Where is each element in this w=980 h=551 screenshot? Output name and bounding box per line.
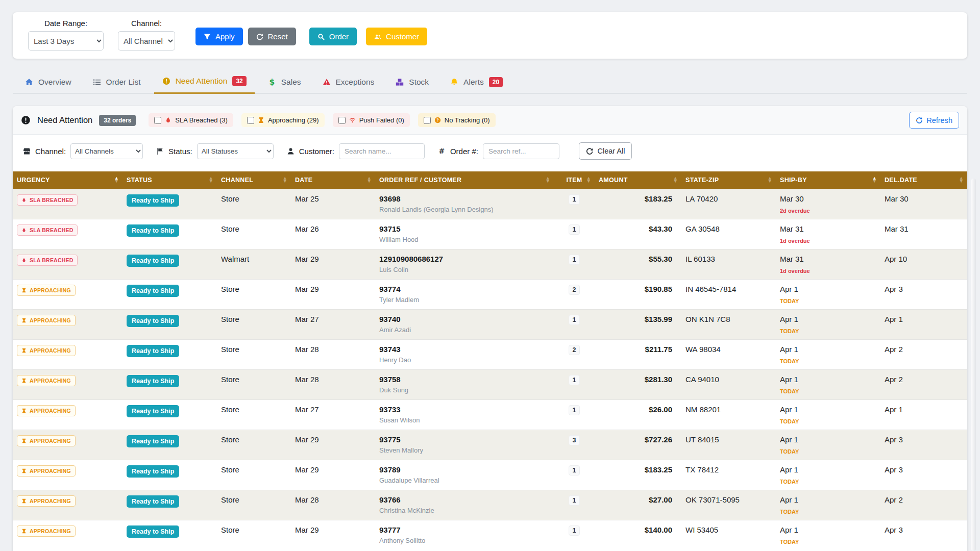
urgency-badge: APPROACHING [17,285,76,296]
column-header-amount[interactable]: AMOUNT▲▼ [595,171,681,189]
amount-cell: $55.30 [595,249,681,280]
refresh-icon [916,117,923,124]
table-row[interactable]: APPROACHINGReady to ShipStoreMar 2993774… [13,280,967,310]
column-header-item[interactable]: ITEM▲▼ [554,171,595,189]
table-header-row: URGENCY▲▼STATUS▲▼CHANNEL▲▼DATE▲▼ORDER RE… [13,171,967,189]
filter-checkbox[interactable] [424,117,431,124]
ship-note: TODAY [780,479,876,485]
order-date-cell: Mar 29 [291,430,375,460]
date-range-select[interactable]: Last 3 Days [28,31,104,51]
channel-cell: Store [217,310,291,340]
tab-alerts[interactable]: Alerts20 [442,69,511,94]
amount-cell: $135.99 [595,310,681,340]
tab-need-attention[interactable]: Need Attention32 [154,69,255,94]
sort-icon: ▲▼ [114,177,119,183]
urgency-badge: SLA BREACHED [17,255,78,266]
channel-select[interactable]: All Channels [118,31,175,51]
state-zip-cell: TX 78412 [681,460,776,490]
dollar-icon: $ [268,78,276,86]
table-row[interactable]: APPROACHINGReady to ShipStoreMar 2793740… [13,310,967,340]
order-ref-search-input[interactable] [483,143,559,159]
table-row[interactable]: SLA BREACHEDReady to ShipStoreMar 259369… [13,189,967,219]
table-row[interactable]: APPROACHINGReady to ShipStoreMar 2793733… [13,400,967,430]
column-header-status[interactable]: STATUS▲▼ [122,171,217,189]
exclamation-circle-icon [162,77,170,85]
filter-sla-breached-3[interactable]: SLA Breached (3) [149,113,233,127]
refresh-button[interactable]: Refresh [909,112,959,129]
filter-push-failed-0[interactable]: Push Failed (0) [333,113,410,127]
table-row[interactable]: APPROACHINGReady to ShipStoreMar 2893743… [13,340,967,370]
ship-note: TODAY [780,298,876,304]
panel-header: Need Attention 32 orders SLA Breached (3… [13,106,967,135]
cubes-icon [396,78,404,86]
state-zip-cell: CA 94010 [681,370,776,400]
urgency-badge: APPROACHING [17,315,76,326]
filter-checkbox[interactable] [154,117,161,124]
customer-name: Duk Sung [379,386,550,394]
column-header-urgency[interactable]: URGENCY▲▼ [13,171,122,189]
filter-checkbox[interactable] [338,117,346,124]
person-icon [287,147,295,155]
tab-label: Exceptions [336,78,375,87]
amount-cell: $43.30 [595,219,681,249]
tab-order-list[interactable]: Order List [85,69,149,94]
filter-approaching-29[interactable]: Approaching (29) [241,113,325,127]
customer-name: William Hood [379,236,550,243]
order-ref: 93698 [379,194,550,203]
channel-filter-select[interactable]: All Channels [70,143,143,159]
order-ref: 93758 [379,375,550,384]
channel-group: Channel: All Channels [118,19,175,51]
order-search-button[interactable]: Order [309,28,357,45]
column-header-channel[interactable]: CHANNEL▲▼ [217,171,291,189]
status-filter-group: Status: All Statuses [156,143,274,159]
table-row[interactable]: APPROACHINGReady to ShipStoreMar 2993789… [13,460,967,490]
state-zip-cell: UT 84015 [681,430,776,460]
customer-search-input[interactable] [339,143,425,159]
table-row[interactable]: SLA BREACHEDReady to ShipWalmartMar 2912… [13,249,967,280]
table-row[interactable]: APPROACHINGReady to ShipStoreMar 2893758… [13,370,967,400]
status-badge: Ready to Ship [127,345,179,357]
column-header-del-date[interactable]: DEL.DATE▲▼ [880,171,967,189]
status-badge: Ready to Ship [127,375,179,387]
status-badge: Ready to Ship [127,525,179,538]
table-row[interactable]: APPROACHINGReady to ShipStoreMar 2993775… [13,430,967,460]
column-header-ship-by[interactable]: SHIP-BY▲▼ [776,171,880,189]
reset-button[interactable]: Reset [248,28,296,45]
filter-icon [204,33,211,40]
order-ref: 93733 [379,405,550,414]
tab-sales[interactable]: $Sales [260,69,309,94]
column-header-date[interactable]: DATE▲▼ [291,171,375,189]
filter-label: SLA Breached (3) [175,116,228,124]
flame-icon [21,228,27,233]
table-row[interactable]: APPROACHINGReady to ShipStoreMar 2993777… [13,520,967,550]
status-filter-select[interactable]: All Statuses [197,143,274,159]
table-row[interactable]: APPROACHINGReady to ShipStoreMar 2893766… [13,490,967,520]
toolbar: Date Range: Last 3 Days Channel: All Cha… [13,12,967,59]
column-header-order-ref-customer[interactable]: ORDER REF / CUSTOMER▲▼ [375,171,554,189]
filter-row: Channel: All Channels Status: All Status… [13,135,967,167]
customer-filter-label: Customer: [299,147,334,156]
order-filter-label: Order #: [450,147,478,156]
delivery-date-cell: Apr 3 [880,520,967,550]
filter-checkbox[interactable] [247,117,254,124]
state-zip-cell: LA 70420 [681,189,776,219]
ship-by-date: Apr 1 [780,525,876,534]
scrollbar[interactable] [971,179,976,551]
hourglass-icon [21,288,27,293]
tab-exceptions[interactable]: Exceptions [314,69,383,94]
sort-icon: ▲▼ [959,177,964,183]
customer-search-button[interactable]: Customer [366,28,427,45]
column-header-state-zip[interactable]: STATE-ZIP▲▼ [681,171,776,189]
clear-all-button[interactable]: Clear All [579,142,632,160]
tab-stock[interactable]: Stock [387,69,437,94]
table-row[interactable]: SLA BREACHEDReady to ShipStoreMar 269371… [13,219,967,249]
filter-no-tracking-0[interactable]: ?No Tracking (0) [418,113,496,127]
ship-by-date: Apr 1 [780,465,876,474]
apply-button[interactable]: Apply [195,28,243,45]
tab-label: Alerts [463,78,484,87]
exclamation-circle-icon [21,115,31,125]
tab-overview[interactable]: Overview [17,69,80,94]
channel-label: Channel: [131,19,162,28]
ship-by-date: Apr 1 [780,495,876,504]
urgency-badge: APPROACHING [17,465,76,477]
